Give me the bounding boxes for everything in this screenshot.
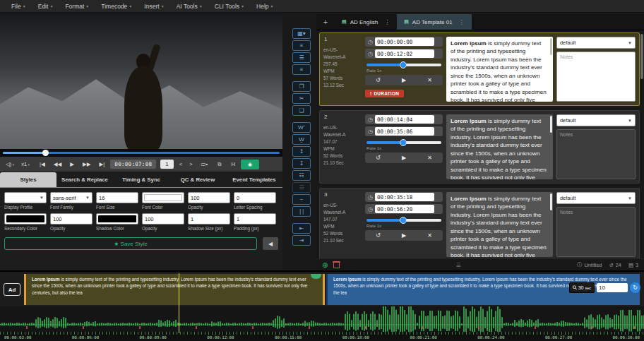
save-style-button[interactable]: ★ Save Style	[4, 237, 257, 250]
menu-timecode[interactable]: Timecode▾	[95, 0, 137, 13]
caption-text-area[interactable]: Lorem Ipsum is simply dummy text of the …	[446, 192, 553, 257]
regenerate-voice-button[interactable]: ↺	[373, 232, 383, 239]
rate-slider[interactable]	[366, 219, 441, 222]
shadow-opacity-input[interactable]: 100Opacity	[142, 213, 184, 231]
tab-styles[interactable]: Styles	[0, 172, 56, 187]
caption-text-area[interactable]: Lorem Ipsum is simply dummy text of the …	[446, 37, 553, 102]
display-profile-select[interactable]: ▼Display Profile	[4, 192, 47, 210]
menu-format[interactable]: Format▾	[59, 0, 94, 13]
fast-forward-button[interactable]: ▶▶	[81, 161, 93, 167]
shadow-color-input[interactable]: Shadow Color	[96, 213, 138, 231]
font-opacity-input[interactable]: 100Opacity	[188, 192, 230, 210]
add-tab-button[interactable]: +	[316, 14, 335, 30]
rewind-button[interactable]: ◀◀	[52, 161, 64, 167]
style-select[interactable]: default▼	[556, 192, 636, 204]
editor-scrollbar[interactable]	[640, 34, 643, 79]
menu-help[interactable]: Help▾	[251, 0, 279, 13]
play-event-button[interactable]: ▶	[399, 155, 409, 161]
letter-spacing-input[interactable]: 0Letter Spacing	[234, 192, 276, 210]
text-scrollbar[interactable]	[550, 38, 552, 55]
playback-speed-button[interactable]: x1 ▾	[20, 161, 31, 167]
prev-frame-button[interactable]: |◀	[38, 161, 47, 167]
timecode-in-input[interactable]	[375, 193, 434, 201]
add-event-button[interactable]: ⊕	[322, 261, 328, 269]
delete-audio-button[interactable]: ✕	[424, 232, 435, 239]
style-select[interactable]: default▼	[556, 37, 636, 49]
seek-knob[interactable]	[42, 150, 49, 156]
regenerate-voice-button[interactable]: ↺	[373, 77, 383, 83]
notes-field[interactable]	[556, 52, 636, 102]
grid-options-button[interactable]: ▦▾	[292, 28, 311, 39]
text-scrollbar[interactable]	[550, 116, 552, 133]
align-center-button[interactable]: ☰	[292, 52, 311, 63]
timecode-out-input[interactable]	[375, 205, 434, 213]
audio-waveform[interactable]	[0, 306, 644, 332]
nudge-forward-button[interactable]: >	[188, 161, 193, 167]
play-event-button[interactable]: ▶	[399, 232, 409, 239]
secondary-opacity-input[interactable]: 100Opacity	[50, 213, 93, 231]
nudge-back-button[interactable]: <	[178, 161, 184, 167]
timecode-ruler[interactable]: 00:00:03:0000:00:06:0000:00:09:0000:00:1…	[0, 332, 644, 341]
snap-start-button[interactable]: ⇤	[292, 223, 311, 234]
notes-field[interactable]	[556, 207, 636, 257]
captions-toggle-icon[interactable]: ▭•	[200, 161, 210, 168]
zoom-value-input[interactable]	[597, 283, 628, 292]
timecode-out-input[interactable]	[375, 127, 434, 136]
menu-insert[interactable]: Insert▾	[138, 0, 169, 13]
timecode-out-input[interactable]	[375, 49, 434, 58]
move-up-button[interactable]: ↥	[292, 146, 311, 157]
padding-input[interactable]: 1Padding (px)	[234, 213, 276, 231]
play-event-button[interactable]: ▶	[399, 77, 409, 83]
text-scrollbar[interactable]	[550, 193, 552, 210]
kebab-menu-icon[interactable]: ⋮	[381, 19, 390, 25]
panel-resize-handle[interactable]: ☰	[340, 262, 577, 268]
caption-entry-3[interactable]: 3 en-US- Wavenet-A 147.07 WPM 52 Words 2…	[319, 188, 640, 258]
rows-button[interactable]: ☷	[292, 170, 311, 181]
menu-edit[interactable]: Edit▾	[32, 0, 59, 13]
align-right-button[interactable]: ≡	[292, 64, 311, 75]
cut-button[interactable]: ✂	[292, 93, 311, 104]
caption-entry-1[interactable]: 1 en-US- Wavenet-A 297.45 WPM 57 Words 1…	[319, 32, 640, 106]
caption-entry-2[interactable]: 2 en-US- Wavenet-A 147.07 WPM 52 Words 2…	[319, 110, 640, 184]
frame-step-field[interactable]: 1	[160, 160, 173, 169]
tab-ad-template-01[interactable]: ▤AD Template 01⋮	[397, 14, 471, 30]
collapse-panel-button[interactable]: ◀	[263, 237, 278, 250]
snap-end-button[interactable]: ⇥	[292, 235, 311, 246]
regenerate-voice-button[interactable]: ↺	[373, 155, 383, 161]
timecode-in-input[interactable]	[375, 37, 434, 46]
word-raise-button[interactable]: Wˆ	[292, 122, 311, 133]
move-down-button[interactable]: ↧	[292, 158, 311, 169]
style-select[interactable]: default▼	[556, 114, 636, 126]
rate-slider[interactable]	[366, 141, 441, 144]
word-lower-button[interactable]: W̬	[292, 134, 311, 145]
secondary-color-input[interactable]: Secondary Color	[4, 213, 47, 231]
menu-file[interactable]: File▾	[6, 0, 31, 13]
tab-event-templates[interactable]: Event Templates	[226, 172, 282, 187]
copy-button[interactable]: ❐	[292, 81, 311, 92]
volume-icon[interactable]: ◁) ▾	[4, 161, 16, 167]
playhead[interactable]	[179, 273, 179, 333]
font-family-select[interactable]: sans-serif▼Font Family	[50, 192, 93, 210]
rows-alt-button[interactable]: ☲	[292, 182, 311, 193]
menu-ai-tools[interactable]: AI Tools▾	[171, 0, 208, 13]
font-size-input[interactable]: 16Font Size	[96, 192, 138, 210]
notes-field[interactable]	[556, 129, 636, 179]
merge-events-button[interactable]: −	[292, 194, 311, 205]
menu-cli-tools[interactable]: CLI Tools▾	[209, 0, 249, 13]
tab-qc-review[interactable]: QC & Review	[169, 172, 226, 187]
delete-audio-button[interactable]: ✕	[424, 155, 435, 161]
tab-timing-sync[interactable]: Timing & Sync	[113, 172, 169, 187]
shadow-size-input[interactable]: 1Shadow Size (px)	[188, 213, 230, 231]
rate-slider[interactable]	[366, 64, 441, 66]
delete-audio-button[interactable]: ✕	[424, 77, 435, 83]
video-seekbar[interactable]	[0, 149, 282, 157]
preview-record-button[interactable]: ◉	[241, 160, 259, 169]
play-button[interactable]: ▶	[68, 161, 76, 167]
video-preview[interactable]	[0, 13, 282, 149]
timecode-in-input[interactable]	[375, 115, 434, 124]
kebab-menu-icon[interactable]: ⋮	[456, 19, 465, 25]
subtitle-preview-icon[interactable]: ⧉	[216, 161, 222, 168]
zoom-apply-button[interactable]: ↻	[630, 282, 640, 293]
align-left-button[interactable]: ≡	[292, 40, 311, 51]
split-event-button[interactable]: ∣∣	[292, 206, 311, 217]
